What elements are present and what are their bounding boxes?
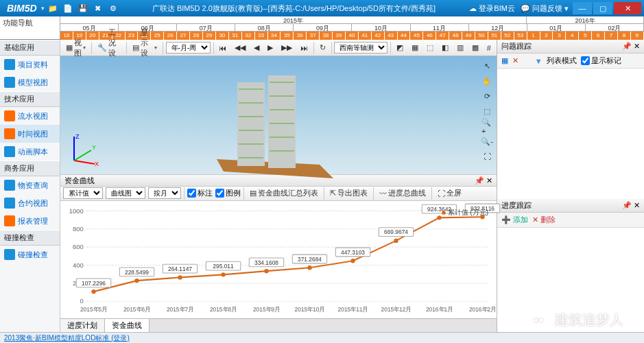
- timeline-tick[interactable]: 6: [592, 32, 605, 40]
- timeline-tick[interactable]: 8: [618, 32, 631, 40]
- fullscreen-button[interactable]: ⛶ 全屏: [435, 187, 464, 200]
- by-select[interactable]: 按月: [148, 187, 181, 199]
- timeline-tick[interactable]: 50: [475, 32, 488, 40]
- timeline-tick[interactable]: 32: [242, 32, 255, 40]
- sidebar-item[interactable]: 合约视图: [0, 194, 60, 212]
- tab-curve[interactable]: 资金曲线: [105, 319, 150, 332]
- summary-button[interactable]: ▤ 资金曲线汇总列表: [247, 187, 321, 200]
- clear-icon[interactable]: ✕: [512, 56, 518, 65]
- sidebar-item[interactable]: 碰撞检查: [0, 246, 60, 263]
- timeline-tick[interactable]: 30: [216, 32, 229, 40]
- zoom-window-icon[interactable]: ⬚: [481, 106, 492, 117]
- sidebar-item[interactable]: 流水视图: [0, 107, 60, 125]
- cursor-icon[interactable]: ↖: [481, 60, 492, 71]
- minimize-button[interactable]: —: [573, 2, 592, 14]
- sidebar-item[interactable]: 时间视图: [0, 125, 60, 143]
- issue-close-icon[interactable]: ✕: [634, 42, 640, 51]
- timeline-tick[interactable]: 4: [566, 32, 579, 40]
- delete-button[interactable]: ✕ 删除: [532, 215, 556, 225]
- metric-select[interactable]: 累计值: [63, 187, 103, 199]
- timeline-tick[interactable]: 41: [359, 32, 372, 40]
- timeline-tick[interactable]: 44: [398, 32, 411, 40]
- cloud-login-link[interactable]: ☁ 登录BIM云: [469, 3, 515, 14]
- mark-checkbox[interactable]: 显示标记: [581, 56, 621, 66]
- export-button[interactable]: ⇱ 导出图表: [327, 187, 370, 200]
- timeline-month[interactable]: 08月: [235, 24, 294, 31]
- sidebar-item[interactable]: 项目资料: [0, 56, 60, 73]
- fit-icon[interactable]: ⛶: [481, 151, 492, 162]
- panel-pin-icon[interactable]: 📌: [475, 176, 484, 185]
- timeline-tick[interactable]: 52: [501, 32, 514, 40]
- tool-c-icon[interactable]: ⬚: [424, 42, 436, 54]
- timeline-tick[interactable]: 43: [385, 32, 398, 40]
- timeline-tick[interactable]: 27: [177, 32, 190, 40]
- timeline-tick[interactable]: 26: [164, 32, 177, 40]
- timeline-tick[interactable]: 36: [294, 32, 307, 40]
- panel-close-icon[interactable]: ✕: [486, 176, 492, 185]
- charttype-select[interactable]: 曲线图: [106, 187, 145, 199]
- open-icon[interactable]: 📁: [47, 3, 58, 14]
- play-start-icon[interactable]: ⏮: [216, 43, 229, 54]
- tool-b-icon[interactable]: ▦: [409, 42, 421, 54]
- timeline-tick[interactable]: 29: [203, 32, 216, 40]
- sidebar-item[interactable]: 动画脚本: [0, 143, 60, 161]
- zoom-out-icon[interactable]: 🔍-: [481, 136, 492, 147]
- tool-a-icon[interactable]: ◩: [394, 42, 406, 54]
- save-icon[interactable]: 💾: [77, 3, 88, 14]
- timeline-tick[interactable]: 39: [333, 32, 346, 40]
- close-button[interactable]: ✕: [614, 2, 641, 14]
- period-select[interactable]: 年-月-周: [166, 42, 211, 54]
- timeline-tick[interactable]: 3: [553, 32, 566, 40]
- tool-f-icon[interactable]: ▩: [469, 42, 481, 54]
- settings-icon[interactable]: ⚙: [108, 3, 119, 14]
- timeline-month[interactable]: 12月: [469, 24, 527, 31]
- timeline-tick[interactable]: 31: [229, 32, 242, 40]
- tool-e-icon[interactable]: ▥: [454, 42, 466, 54]
- timeline-tick[interactable]: 47: [436, 32, 449, 40]
- timeline-tick[interactable]: 38: [320, 32, 333, 40]
- issue-pin-icon[interactable]: 📌: [622, 42, 632, 51]
- progress-close-icon[interactable]: ✕: [634, 201, 640, 210]
- progress-button[interactable]: 〰 进度总曲线: [377, 187, 429, 200]
- add-button[interactable]: ➕ 添加: [501, 215, 528, 225]
- play-end-icon[interactable]: ⏭: [298, 43, 311, 54]
- tool-d-icon[interactable]: ◧: [439, 42, 451, 54]
- timeline-tick[interactable]: 7: [605, 32, 618, 40]
- timeline-tick[interactable]: 51: [488, 32, 501, 40]
- tool-g-icon[interactable]: #: [484, 43, 494, 54]
- timeline-month[interactable]: 07月: [177, 24, 235, 31]
- timeline-tick[interactable]: 5: [579, 32, 592, 40]
- timeline-tick[interactable]: 42: [372, 32, 385, 40]
- progress-pin-icon[interactable]: 📌: [622, 201, 632, 210]
- timeline-month[interactable]: 10月: [352, 24, 410, 31]
- status-bar[interactable]: 2013聚焦·新BIM模型精度LOD标准 (登录): [0, 332, 644, 343]
- timeline-month[interactable]: 01月: [527, 24, 586, 31]
- maximize-button[interactable]: ▢: [593, 2, 612, 14]
- orbit-icon[interactable]: ⟳: [481, 91, 492, 102]
- timeline-month[interactable]: 11月: [411, 24, 469, 31]
- timeline-tick[interactable]: 37: [307, 32, 320, 40]
- zoom-in-icon[interactable]: 🔍+: [481, 121, 492, 132]
- tab-progress[interactable]: 进度计划: [60, 319, 105, 332]
- sidebar-item[interactable]: 模型视图: [0, 73, 60, 91]
- timeline-tick[interactable]: 40: [346, 32, 359, 40]
- legend-checkbox[interactable]: 图例: [215, 188, 241, 198]
- play-pause-icon[interactable]: ▶: [265, 42, 276, 54]
- timeline-month[interactable]: 09月: [294, 24, 352, 31]
- new-icon[interactable]: 📄: [62, 3, 73, 14]
- feedback-link[interactable]: 💬 问题反馈 ▾: [521, 3, 569, 14]
- timeline-tick[interactable]: 2: [540, 32, 553, 40]
- sidebar-item[interactable]: 报表管理: [0, 212, 60, 230]
- timeline-tick[interactable]: 53: [514, 32, 527, 40]
- orient-select[interactable]: 西南等轴测: [334, 42, 387, 54]
- timeline-tick[interactable]: 9: [631, 32, 644, 40]
- filter-icon[interactable]: ▦: [501, 56, 508, 65]
- 3d-viewport[interactable]: Z X Y ↖ ✋ ⟳ ⬚ 🔍+ 🔍- ⛶: [60, 56, 497, 174]
- timeline-tick[interactable]: 46: [423, 32, 436, 40]
- timeline-tick[interactable]: 34: [268, 32, 281, 40]
- play-prev-icon[interactable]: ◀◀: [232, 42, 248, 54]
- timeline-tick[interactable]: 35: [281, 32, 294, 40]
- refresh-icon[interactable]: ↻: [317, 42, 329, 54]
- timeline-tick[interactable]: 28: [190, 32, 203, 40]
- timeline-tick[interactable]: 1: [527, 32, 540, 40]
